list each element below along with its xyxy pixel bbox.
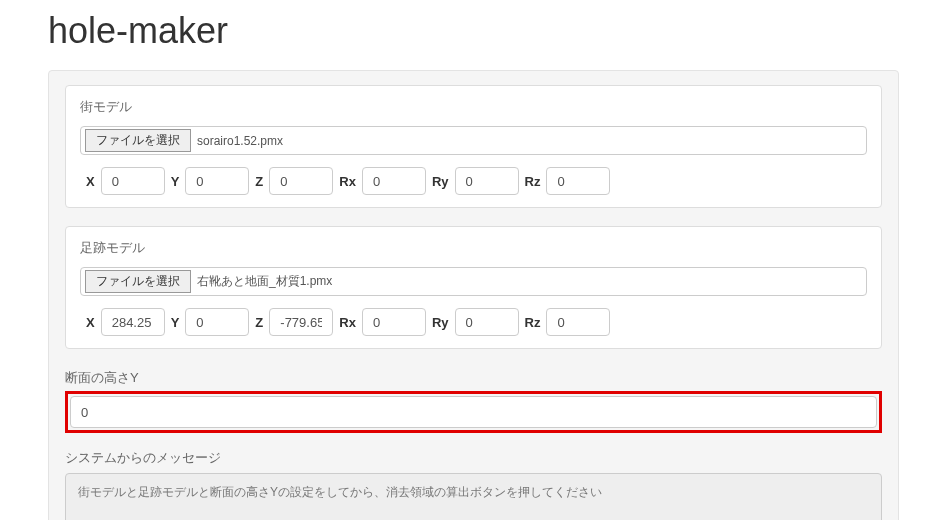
city-model-file-row: ファイルを選択 sorairo1.52.pmx xyxy=(80,126,867,155)
city-x-input[interactable] xyxy=(101,167,165,195)
system-messages-area: 街モデルと足跡モデルと断面の高さYの設定をしてから、消去領域の算出ボタンを押して… xyxy=(65,473,882,520)
label-z: Z xyxy=(249,174,269,189)
label-ry: Ry xyxy=(426,174,455,189)
label-rz: Rz xyxy=(519,315,547,330)
city-rz-input[interactable] xyxy=(546,167,610,195)
form-area: 街モデル ファイルを選択 sorairo1.52.pmx X Y Z Rx Ry… xyxy=(48,70,899,520)
section-height-input[interactable] xyxy=(70,396,877,428)
city-ry-input[interactable] xyxy=(455,167,519,195)
city-z-input[interactable] xyxy=(269,167,333,195)
label-x: X xyxy=(80,174,101,189)
footprint-y-input[interactable] xyxy=(185,308,249,336)
label-rx: Rx xyxy=(333,174,362,189)
footprint-rx-input[interactable] xyxy=(362,308,426,336)
label-rz: Rz xyxy=(519,174,547,189)
footprint-ry-input[interactable] xyxy=(455,308,519,336)
footprint-model-panel: 足跡モデル ファイルを選択 右靴あと地面_材質1.pmx X Y Z Rx Ry… xyxy=(65,226,882,349)
label-y: Y xyxy=(165,315,186,330)
label-z: Z xyxy=(249,315,269,330)
city-model-title: 街モデル xyxy=(80,98,867,116)
city-y-input[interactable] xyxy=(185,167,249,195)
section-height-label: 断面の高さY xyxy=(65,367,882,387)
footprint-z-input[interactable] xyxy=(269,308,333,336)
page-title: hole-maker xyxy=(48,10,899,52)
footprint-model-title: 足跡モデル xyxy=(80,239,867,257)
city-model-coords: X Y Z Rx Ry Rz xyxy=(80,167,867,195)
system-message-text: 街モデルと足跡モデルと断面の高さYの設定をしてから、消去領域の算出ボタンを押して… xyxy=(78,485,602,499)
city-model-file-button[interactable]: ファイルを選択 xyxy=(85,129,191,152)
section-height-highlight xyxy=(65,391,882,433)
footprint-model-file-row: ファイルを選択 右靴あと地面_材質1.pmx xyxy=(80,267,867,296)
city-model-panel: 街モデル ファイルを選択 sorairo1.52.pmx X Y Z Rx Ry… xyxy=(65,85,882,208)
label-y: Y xyxy=(165,174,186,189)
label-rx: Rx xyxy=(333,315,362,330)
footprint-x-input[interactable] xyxy=(101,308,165,336)
city-model-file-name: sorairo1.52.pmx xyxy=(197,131,283,151)
footprint-model-file-name: 右靴あと地面_材質1.pmx xyxy=(197,270,332,293)
footprint-model-file-button[interactable]: ファイルを選択 xyxy=(85,270,191,293)
label-x: X xyxy=(80,315,101,330)
system-messages-label: システムからのメッセージ xyxy=(65,447,882,467)
city-rx-input[interactable] xyxy=(362,167,426,195)
footprint-rz-input[interactable] xyxy=(546,308,610,336)
footprint-model-coords: X Y Z Rx Ry Rz xyxy=(80,308,867,336)
label-ry: Ry xyxy=(426,315,455,330)
